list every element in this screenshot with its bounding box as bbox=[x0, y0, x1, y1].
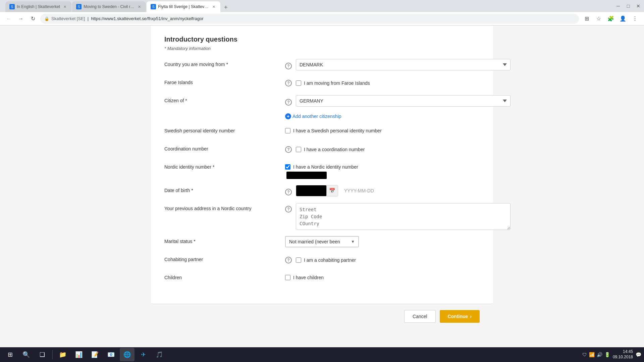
form-container: Introductory questions * Mandatory infor… bbox=[151, 25, 493, 304]
address-url: https://www1.skatteverket.se/fhxp51/inv_… bbox=[91, 16, 203, 21]
taskbar-excel[interactable]: 📊 bbox=[71, 348, 86, 350]
bookmark-icon[interactable]: ☆ bbox=[594, 14, 604, 24]
continue-button[interactable]: Continue › bbox=[440, 310, 480, 323]
dob-help-icon[interactable]: ? bbox=[285, 189, 292, 195]
nordic-id-row: Nordic identity number * I have a Nordic… bbox=[164, 162, 480, 179]
previous-address-field: ? Street Zip Code COuntry bbox=[285, 203, 511, 230]
cohabiting-help-icon[interactable]: ? bbox=[285, 257, 292, 263]
forward-button[interactable]: → bbox=[16, 14, 25, 23]
swedish-pin-label: Swedish personal identity number bbox=[164, 125, 285, 133]
faroe-help-icon[interactable]: ? bbox=[285, 80, 292, 86]
extension-icon[interactable]: 🧩 bbox=[606, 14, 616, 24]
taskbar-clock[interactable]: 14:45 09.10.2018 bbox=[613, 349, 633, 350]
tab-moving-sweden[interactable]: S Moving to Sweden - Civil regist... ✕ bbox=[72, 1, 146, 12]
faroe-checkbox[interactable] bbox=[296, 80, 301, 86]
children-row: Children I have children bbox=[164, 272, 480, 284]
coordination-checkbox-label[interactable]: I have a coordination number bbox=[296, 144, 365, 152]
date-of-birth-field: ? 📅 YYYY-MM-DD bbox=[285, 185, 480, 196]
task-view-button[interactable]: ❑ bbox=[35, 348, 50, 350]
maximize-button[interactable]: □ bbox=[625, 3, 631, 9]
lock-icon: 🔒 bbox=[44, 16, 49, 21]
address-bar[interactable]: 🔒 Skatteverket [SE] | https://www1.skatt… bbox=[40, 14, 579, 24]
translate-icon[interactable]: ⊞ bbox=[582, 14, 592, 24]
country-from-field: ? DENMARK bbox=[285, 59, 511, 70]
taskbar-outlook[interactable]: 📧 bbox=[104, 348, 118, 350]
cohabiting-row: Cohabiting partner ? I am a cohabiting p… bbox=[164, 254, 480, 266]
children-checkbox-label[interactable]: I have children bbox=[285, 272, 324, 280]
nordic-id-label: Nordic identity number * bbox=[164, 162, 285, 170]
tab-close-3[interactable]: ✕ bbox=[211, 4, 216, 9]
tab-label-3: Flytta till Sverige | Skatteverket bbox=[158, 4, 209, 9]
taskbar-explorer[interactable]: 📁 bbox=[55, 348, 70, 350]
tab-label-1: In English | Skatteverket bbox=[17, 4, 60, 9]
date-redacted-value bbox=[296, 185, 326, 196]
country-from-select[interactable]: DENMARK bbox=[296, 59, 511, 70]
previous-address-textarea[interactable]: Street Zip Code COuntry bbox=[296, 203, 511, 230]
country-from-help-icon[interactable]: ? bbox=[285, 63, 292, 69]
close-button[interactable]: ✕ bbox=[635, 3, 641, 9]
children-field: I have children bbox=[285, 272, 480, 280]
children-checkbox[interactable] bbox=[285, 275, 290, 280]
tab-in-english[interactable]: S In English | Skatteverket ✕ bbox=[5, 1, 71, 12]
refresh-button[interactable]: ↻ bbox=[28, 14, 38, 23]
account-icon[interactable]: 👤 bbox=[618, 14, 628, 24]
cancel-button[interactable]: Cancel bbox=[404, 310, 436, 323]
new-tab-button[interactable]: + bbox=[221, 3, 230, 12]
menu-icon[interactable]: ⋮ bbox=[630, 14, 640, 24]
citizen-of-row: Citizen of * ? GERMANY bbox=[164, 95, 480, 107]
back-button[interactable]: ← bbox=[4, 14, 13, 23]
tab-favicon-2: S bbox=[76, 4, 82, 9]
faroe-islands-label: Faroe Islands bbox=[164, 77, 285, 85]
nordic-checkbox-label[interactable]: I have a Nordic identity number bbox=[285, 162, 358, 170]
swedish-pin-field: I have a Swedish personal identity numbe… bbox=[285, 125, 480, 133]
coordination-row: Coordination number ? I have a coordinat… bbox=[164, 143, 480, 156]
country-from-row: Country you are moving from * ? DENMARK bbox=[164, 59, 480, 71]
faroe-islands-row: Faroe Islands ? I am moving from Faroe I… bbox=[164, 77, 480, 89]
mandatory-note: * Mandatory information bbox=[164, 46, 480, 51]
marital-status-label: Marital status * bbox=[164, 236, 285, 244]
tab-flytta[interactable]: S Flytta till Sverige | Skatteverket ✕ bbox=[147, 1, 220, 12]
calendar-icon[interactable]: 📅 bbox=[326, 185, 338, 196]
tab-close-1[interactable]: ✕ bbox=[62, 4, 67, 9]
swedish-pin-checkbox[interactable] bbox=[285, 128, 290, 133]
taskbar-word[interactable]: 📝 bbox=[88, 348, 102, 350]
taskbar-time: 14:45 bbox=[613, 349, 633, 350]
cohabiting-checkbox-label[interactable]: I am a cohabiting partner bbox=[296, 255, 356, 263]
taskbar-spotify[interactable]: 🎵 bbox=[152, 348, 167, 350]
taskbar-chrome[interactable]: 🌐 bbox=[120, 348, 135, 350]
browser-window: S In English | Skatteverket ✕ S Moving t… bbox=[0, 0, 644, 25]
add-citizenship-link[interactable]: + Add another citizenship bbox=[285, 113, 480, 119]
page-content: Introductory questions * Mandatory infor… bbox=[0, 25, 644, 350]
tab-close-2[interactable]: ✕ bbox=[137, 4, 142, 9]
swedish-pin-checkbox-label[interactable]: I have a Swedish personal identity numbe… bbox=[285, 125, 382, 133]
tab-favicon-3: S bbox=[151, 4, 156, 9]
address-site: Skatteverket [SE] | https://www1.skattev… bbox=[51, 16, 575, 21]
citizen-help-icon[interactable]: ? bbox=[285, 99, 292, 106]
citizen-of-select[interactable]: GERMANY bbox=[296, 95, 511, 107]
title-bar: S In English | Skatteverket ✕ S Moving t… bbox=[0, 0, 644, 12]
toolbar-icons: ⊞ ☆ 🧩 👤 ⋮ bbox=[582, 14, 640, 24]
marital-status-dropdown[interactable]: Not married (never been ▼ bbox=[285, 236, 359, 247]
cohabiting-label: Cohabiting partner bbox=[164, 254, 285, 262]
nordic-number-redacted bbox=[286, 172, 327, 179]
address-help-icon[interactable]: ? bbox=[285, 206, 292, 213]
search-button[interactable]: 🔍 bbox=[19, 348, 34, 350]
coordination-help-icon[interactable]: ? bbox=[285, 146, 292, 153]
coordination-checkbox[interactable] bbox=[296, 147, 301, 152]
start-button[interactable]: ⊞ bbox=[3, 348, 17, 350]
date-input-wrapper[interactable]: 📅 bbox=[296, 185, 338, 196]
taskbar-telegram[interactable]: ✈ bbox=[136, 348, 151, 350]
faroe-checkbox-label[interactable]: I am moving from Faroe Islands bbox=[296, 78, 370, 86]
previous-address-row: Your previous address in a Nordic countr… bbox=[164, 203, 480, 230]
minimize-button[interactable]: ─ bbox=[615, 3, 621, 9]
plus-circle-icon: + bbox=[285, 113, 291, 119]
page-title: Introductory questions bbox=[164, 36, 480, 43]
taskbar: ⊞ 🔍 ❑ 📁 📊 📝 📧 🌐 ✈ 🎵 🛡 📶 🔊 🔋 14:45 09.10.… bbox=[0, 347, 644, 350]
coordination-field: ? I have a coordination number bbox=[285, 143, 480, 153]
nordic-checkbox[interactable] bbox=[285, 164, 290, 170]
tab-favicon-1: S bbox=[9, 4, 15, 9]
marital-status-field: Not married (never been ▼ bbox=[285, 236, 480, 247]
site-name: Skatteverket [SE] bbox=[51, 16, 85, 21]
cohabiting-checkbox[interactable] bbox=[296, 257, 301, 263]
country-from-label: Country you are moving from * bbox=[164, 59, 285, 67]
